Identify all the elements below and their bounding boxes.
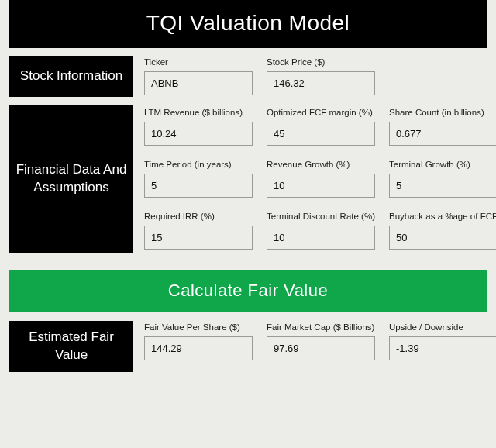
output-upside: [389, 336, 496, 360]
output-fv-cap: [267, 336, 375, 360]
output-fv-share: [144, 336, 253, 360]
field-rev-growth: Revenue Growth (%): [267, 160, 375, 198]
calculate-button[interactable]: Calculate Fair Value: [9, 270, 487, 312]
field-stock-price: Stock Price ($): [267, 57, 375, 95]
field-fcf-margin: Optimized FCF margin (%): [267, 108, 375, 146]
field-fv-share: Fair Value Per Share ($): [144, 322, 253, 360]
input-fcf-margin[interactable]: [267, 122, 375, 146]
label-ltm-revenue: LTM Revenue ($ billions): [144, 108, 253, 117]
field-time-period: Time Period (in years): [144, 160, 253, 198]
field-ticker: Ticker: [144, 57, 253, 95]
input-time-period[interactable]: [144, 174, 253, 198]
label-share-count: Share Count (in billions): [389, 108, 496, 117]
field-ltm-revenue: LTM Revenue ($ billions): [144, 108, 253, 146]
label-terminal-growth: Terminal Growth (%): [389, 160, 496, 169]
input-rev-growth[interactable]: [267, 174, 375, 198]
section-heading-stock: Stock Information: [9, 56, 133, 97]
field-buyback: Buyback as a %age of FCF: [389, 212, 496, 250]
label-terminal-disc: Terminal Discount Rate (%): [267, 212, 375, 221]
input-terminal-disc[interactable]: [267, 226, 375, 250]
field-share-count: Share Count (in billions): [389, 108, 496, 146]
input-share-count[interactable]: [389, 122, 496, 146]
page-title: TQI Valuation Model: [9, 0, 487, 48]
input-ticker[interactable]: [144, 71, 253, 95]
section-stock-info: Stock Information Ticker Stock Price ($): [9, 56, 487, 97]
field-upside: Upside / Downside: [389, 322, 496, 360]
input-stock-price[interactable]: [267, 71, 375, 95]
label-fv-cap: Fair Market Cap ($ Billions): [267, 322, 375, 332]
section-heading-results: Estimated Fair Value: [9, 321, 133, 372]
label-buyback: Buyback as a %age of FCF: [389, 212, 496, 221]
section-heading-assumptions: Financial Data And Assumptions: [9, 105, 133, 253]
label-irr: Required IRR (%): [144, 212, 253, 221]
label-ticker: Ticker: [144, 57, 253, 67]
label-stock-price: Stock Price ($): [267, 57, 375, 67]
field-terminal-growth: Terminal Growth (%): [389, 160, 496, 198]
input-irr[interactable]: [144, 226, 253, 250]
field-irr: Required IRR (%): [144, 212, 253, 250]
label-fcf-margin: Optimized FCF margin (%): [267, 108, 375, 117]
field-fv-cap: Fair Market Cap ($ Billions): [267, 322, 375, 360]
label-fv-share: Fair Value Per Share ($): [144, 322, 253, 332]
label-upside: Upside / Downside: [389, 322, 496, 332]
label-time-period: Time Period (in years): [144, 160, 253, 169]
input-buyback[interactable]: [389, 226, 496, 250]
input-ltm-revenue[interactable]: [144, 122, 253, 146]
section-assumptions: Financial Data And Assumptions LTM Reven…: [9, 105, 487, 253]
field-terminal-disc: Terminal Discount Rate (%): [267, 212, 375, 250]
label-rev-growth: Revenue Growth (%): [267, 160, 375, 169]
section-results: Estimated Fair Value Fair Value Per Shar…: [9, 321, 487, 372]
input-terminal-growth[interactable]: [389, 174, 496, 198]
